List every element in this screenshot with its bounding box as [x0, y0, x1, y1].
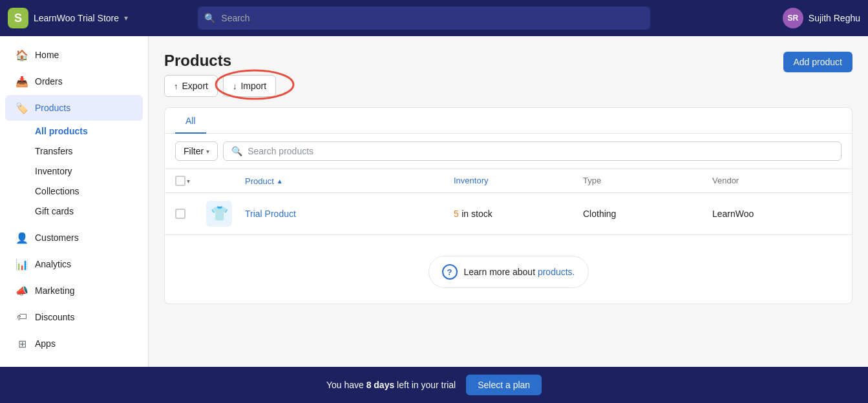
row-vendor-col: LearnWoo [712, 208, 842, 220]
import-button[interactable]: ↓ Import [223, 75, 276, 97]
import-icon: ↓ [233, 81, 237, 91]
table-header-thumb-col [206, 176, 245, 186]
sidebar-item-discounts[interactable]: 🏷 Discounts [5, 304, 143, 330]
discounts-icon: 🏷 [16, 311, 28, 324]
row-checkbox-col [175, 209, 206, 219]
sidebar-item-orders-label: Orders [35, 76, 63, 87]
table-header-type: Type [583, 176, 712, 186]
sidebar-item-products[interactable]: 🏷️ Products [5, 95, 143, 121]
filter-chevron-icon: ▾ [206, 148, 209, 155]
orders-icon: 📥 [16, 75, 28, 88]
search-bar: 🔍 [198, 6, 650, 30]
store-chevron-icon: ▾ [124, 14, 128, 23]
products-learn-link[interactable]: products. [538, 267, 575, 277]
row-thumbnail-col: 👕 [206, 201, 245, 227]
checkbox-dropdown-icon[interactable]: ▾ [187, 178, 190, 185]
content-area: Products ↑ Export ↓ Import [149, 36, 868, 403]
tab-all[interactable]: All [175, 108, 206, 134]
sidebar-item-apps[interactable]: ⊞ Apps [5, 331, 143, 356]
inventory-label-text: in stock [461, 209, 492, 219]
user-name: Sujith Reghu [809, 13, 860, 23]
main-layout: 🏠 Home 📥 Orders 🏷️ Products All products [0, 36, 868, 403]
product-vendor: LearnWoo [712, 209, 754, 219]
sidebar-item-analytics-label: Analytics [35, 259, 71, 269]
sidebar-nav: 🏠 Home 📥 Orders 🏷️ Products All products [0, 36, 148, 403]
row-type-col: Clothing [583, 208, 712, 220]
filters-row: Filter ▾ 🔍 [165, 134, 852, 169]
sidebar-item-inventory[interactable]: Inventory [5, 161, 143, 181]
table-header-inventory[interactable]: Inventory [454, 176, 583, 186]
sidebar-item-marketing-label: Marketing [35, 285, 74, 296]
add-product-button[interactable]: Add product [783, 52, 853, 72]
sidebar-item-discounts-label: Discounts [35, 312, 74, 322]
shopify-icon: S [8, 8, 28, 28]
trial-message: You have 8 days left in your trial [326, 380, 456, 390]
select-plan-button[interactable]: Select a plan [466, 375, 542, 395]
marketing-icon: 📣 [16, 284, 28, 297]
table-header-checkbox-col: ▾ [175, 176, 206, 186]
product-thumbnail: 👕 [206, 201, 232, 227]
product-name-link[interactable]: Trial Product [245, 209, 296, 219]
row-checkbox[interactable] [175, 209, 185, 219]
sidebar-item-all-products[interactable]: All products [5, 121, 143, 141]
home-icon: 🏠 [16, 48, 28, 61]
page-toolbar: ↑ Export ↓ Import [164, 75, 276, 97]
sidebar: 🏠 Home 📥 Orders 🏷️ Products All products [0, 36, 149, 403]
table-row: 👕 Trial Product 5 in stock Clothing Lear… [165, 193, 852, 235]
sidebar-item-home-label: Home [35, 50, 59, 60]
avatar[interactable]: SR [783, 8, 803, 28]
search-products-field: 🔍 [223, 141, 842, 161]
sidebar-item-customers[interactable]: 👤 Customers [5, 225, 143, 251]
sort-icon: ▲ [277, 178, 283, 185]
import-button-wrapper: ↓ Import [223, 75, 276, 97]
sidebar-item-products-label: Products [35, 103, 70, 113]
select-all-checkbox[interactable] [175, 176, 185, 186]
products-subnav: All products Transfers Inventory Collect… [0, 121, 148, 224]
products-icon: 🏷️ [16, 101, 28, 114]
help-icon: ? [442, 264, 458, 280]
sidebar-item-marketing[interactable]: 📣 Marketing [5, 278, 143, 304]
sidebar-item-transfers[interactable]: Transfers [5, 141, 143, 161]
filter-button[interactable]: Filter ▾ [175, 141, 218, 161]
trial-days: 8 days [366, 380, 395, 390]
analytics-icon: 📊 [16, 258, 28, 271]
apps-icon: ⊞ [16, 337, 28, 350]
learn-more-text: Learn more about products. [464, 267, 575, 277]
table-header-vendor: Vendor [712, 176, 842, 186]
search-products-icon: 🔍 [231, 146, 242, 156]
sidebar-item-apps-label: Apps [35, 338, 56, 349]
learn-more-section: ? Learn more about products. [165, 235, 852, 304]
search-icon: 🔍 [204, 13, 215, 23]
trial-bar: You have 8 days left in your trial Selec… [0, 367, 868, 403]
page-title: Products [164, 52, 276, 70]
sidebar-item-customers-label: Customers [35, 232, 79, 243]
learn-more-pill: ? Learn more about products. [429, 256, 589, 288]
search-products-input[interactable] [248, 146, 833, 156]
user-area: SR Sujith Reghu [783, 8, 860, 28]
product-type: Clothing [583, 209, 616, 219]
inventory-count: 5 [454, 209, 459, 219]
filter-label: Filter [184, 146, 204, 156]
search-input[interactable] [198, 6, 650, 30]
export-button[interactable]: ↑ Export [164, 75, 218, 97]
topbar: S LearnWoo Trial Store ▾ 🔍 SR Sujith Reg… [0, 0, 868, 36]
store-name: LearnWoo Trial Store [34, 13, 119, 23]
sidebar-item-analytics[interactable]: 📊 Analytics [5, 251, 143, 277]
products-card: All Filter ▾ 🔍 ▾ [164, 107, 852, 304]
sidebar-item-home[interactable]: 🏠 Home [5, 42, 143, 68]
row-name-col: Trial Product [245, 208, 454, 220]
sidebar-item-orders[interactable]: 📥 Orders [5, 68, 143, 94]
sidebar-item-gift-cards[interactable]: Gift cards [5, 202, 143, 221]
row-inventory-col: 5 in stock [454, 208, 583, 220]
table-header-product[interactable]: Product ▲ [245, 176, 454, 186]
export-icon: ↑ [174, 81, 178, 91]
tabs-bar: All [165, 108, 852, 134]
sidebar-item-collections[interactable]: Collections [5, 181, 143, 201]
store-logo[interactable]: S LearnWoo Trial Store ▾ [8, 8, 128, 28]
page-header: Products ↑ Export ↓ Import [164, 52, 852, 97]
table-header: ▾ Product ▲ Inventory Type Vendor [165, 169, 852, 193]
customers-icon: 👤 [16, 231, 28, 244]
